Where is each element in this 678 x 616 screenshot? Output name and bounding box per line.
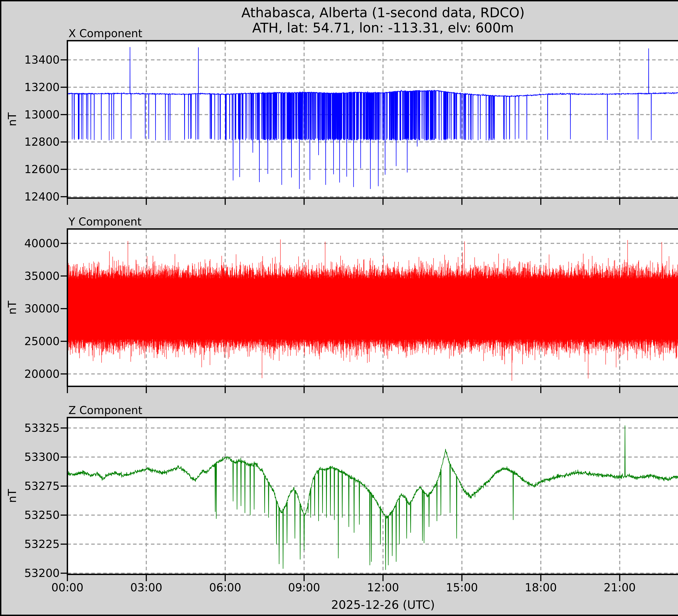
chart-canvas — [0, 0, 678, 616]
magnetometer-figure: Athabasca, Alberta (1-second data, RDCO)… — [0, 0, 678, 616]
